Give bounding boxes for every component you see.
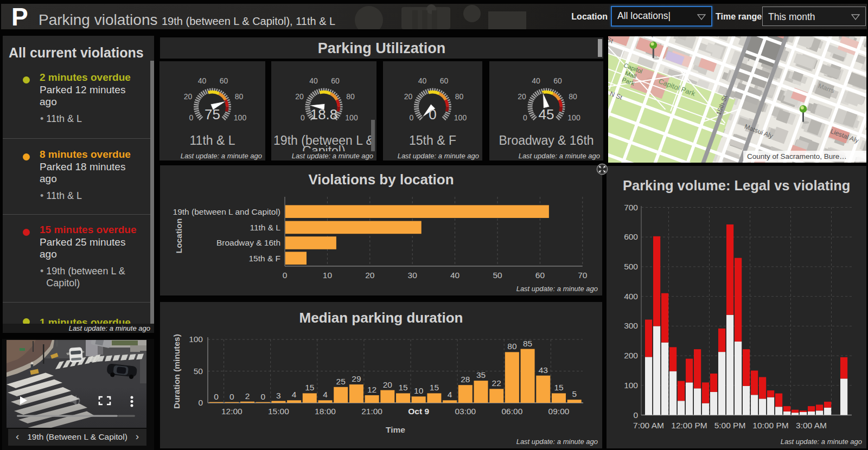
svg-text:3:00 AM: 3:00 AM bbox=[796, 421, 827, 430]
svg-text:29: 29 bbox=[352, 374, 361, 383]
svg-text:28: 28 bbox=[461, 375, 470, 384]
svg-text:0: 0 bbox=[260, 392, 265, 401]
svg-text:3: 3 bbox=[276, 391, 281, 400]
svg-text:600: 600 bbox=[624, 232, 638, 241]
svg-text:0: 0 bbox=[301, 113, 305, 122]
svg-text:10: 10 bbox=[414, 386, 424, 395]
svg-text:18:00: 18:00 bbox=[315, 407, 336, 416]
svg-text:15th & F: 15th & F bbox=[248, 254, 280, 263]
svg-text:300: 300 bbox=[624, 321, 638, 330]
svg-text:15: 15 bbox=[305, 383, 314, 392]
svg-text:85: 85 bbox=[523, 339, 532, 348]
svg-text:12:00: 12:00 bbox=[221, 407, 242, 416]
svg-text:80: 80 bbox=[235, 92, 244, 101]
svg-text:50: 50 bbox=[194, 367, 203, 376]
svg-text:40: 40 bbox=[418, 76, 427, 85]
svg-text:15: 15 bbox=[398, 383, 407, 392]
svg-text:700: 700 bbox=[624, 203, 638, 212]
svg-text:4: 4 bbox=[448, 390, 452, 399]
svg-text:0: 0 bbox=[283, 271, 288, 280]
svg-text:0: 0 bbox=[429, 106, 436, 123]
svg-text:County of Sacramento, Bure…: County of Sacramento, Bure… bbox=[747, 152, 847, 160]
svg-text:75: 75 bbox=[205, 106, 220, 123]
svg-text:100: 100 bbox=[624, 381, 638, 390]
svg-text:100: 100 bbox=[567, 113, 580, 122]
svg-text:20: 20 bbox=[365, 271, 375, 280]
svg-text:30: 30 bbox=[408, 271, 418, 280]
svg-text:12:00 PM: 12:00 PM bbox=[671, 421, 707, 430]
svg-text:20: 20 bbox=[295, 92, 304, 101]
svg-text:40: 40 bbox=[309, 76, 318, 85]
svg-text:43: 43 bbox=[539, 365, 548, 375]
svg-text:500: 500 bbox=[624, 262, 638, 271]
svg-text:60: 60 bbox=[331, 76, 340, 85]
svg-text:50: 50 bbox=[493, 271, 502, 280]
svg-text:100: 100 bbox=[454, 113, 467, 122]
svg-text:35: 35 bbox=[476, 370, 486, 380]
svg-text:20: 20 bbox=[404, 92, 413, 101]
svg-text:400: 400 bbox=[624, 292, 638, 301]
svg-text:20: 20 bbox=[383, 380, 393, 389]
svg-text:0: 0 bbox=[229, 392, 234, 401]
svg-text:11th & L: 11th & L bbox=[250, 223, 280, 232]
svg-text:18.8: 18.8 bbox=[310, 106, 338, 123]
svg-text:45: 45 bbox=[539, 106, 554, 123]
svg-text:Time: Time bbox=[386, 425, 405, 434]
svg-text:10: 10 bbox=[323, 271, 333, 280]
svg-text:100: 100 bbox=[345, 113, 358, 122]
svg-text:60: 60 bbox=[553, 76, 562, 85]
svg-text:0: 0 bbox=[523, 113, 527, 122]
svg-text:60: 60 bbox=[535, 271, 545, 280]
svg-text:80: 80 bbox=[569, 92, 577, 101]
svg-text:20: 20 bbox=[184, 92, 193, 101]
svg-text:7:00 AM: 7:00 AM bbox=[633, 421, 664, 430]
svg-text:12: 12 bbox=[367, 385, 376, 394]
svg-text:5:00 PM: 5:00 PM bbox=[714, 421, 746, 430]
svg-text:70: 70 bbox=[578, 271, 588, 280]
svg-text:4: 4 bbox=[323, 390, 328, 399]
svg-text:80: 80 bbox=[346, 92, 355, 101]
svg-text:40: 40 bbox=[532, 76, 540, 85]
svg-text:25: 25 bbox=[336, 377, 346, 386]
svg-text:60: 60 bbox=[220, 76, 228, 85]
svg-text:03:00: 03:00 bbox=[455, 407, 476, 416]
svg-text:22: 22 bbox=[492, 378, 501, 388]
svg-text:15: 15 bbox=[554, 383, 563, 392]
svg-text:2: 2 bbox=[245, 391, 250, 401]
svg-text:80: 80 bbox=[455, 92, 464, 101]
svg-text:10:00 PM: 10:00 PM bbox=[752, 421, 788, 430]
svg-text:100: 100 bbox=[234, 113, 247, 122]
svg-text:40: 40 bbox=[198, 76, 207, 85]
svg-text:0: 0 bbox=[189, 113, 194, 122]
svg-text:06:00: 06:00 bbox=[502, 407, 523, 416]
svg-text:Broadway & 16th: Broadway & 16th bbox=[216, 238, 280, 247]
svg-text:15:00: 15:00 bbox=[268, 407, 289, 416]
svg-text:40: 40 bbox=[450, 271, 460, 280]
svg-text:0: 0 bbox=[214, 392, 219, 401]
svg-text:4: 4 bbox=[292, 390, 297, 399]
svg-text:0: 0 bbox=[410, 113, 414, 122]
svg-text:21:00: 21:00 bbox=[361, 407, 382, 416]
svg-text:0: 0 bbox=[198, 398, 203, 407]
svg-text:15: 15 bbox=[430, 383, 439, 392]
svg-text:09:00: 09:00 bbox=[548, 407, 570, 416]
svg-text:5: 5 bbox=[572, 389, 577, 398]
svg-text:19th (between L and Capitol): 19th (between L and Capitol) bbox=[173, 207, 280, 216]
svg-text:Location: Location bbox=[174, 218, 183, 254]
svg-text:100: 100 bbox=[189, 335, 203, 344]
svg-text:200: 200 bbox=[624, 351, 638, 360]
svg-text:0: 0 bbox=[633, 410, 638, 420]
svg-text:20: 20 bbox=[518, 92, 526, 101]
svg-text:Oct 9: Oct 9 bbox=[408, 407, 429, 416]
svg-text:Duration (minutes): Duration (minutes) bbox=[172, 334, 181, 409]
svg-text:80: 80 bbox=[507, 342, 517, 351]
svg-text:60: 60 bbox=[440, 76, 449, 85]
